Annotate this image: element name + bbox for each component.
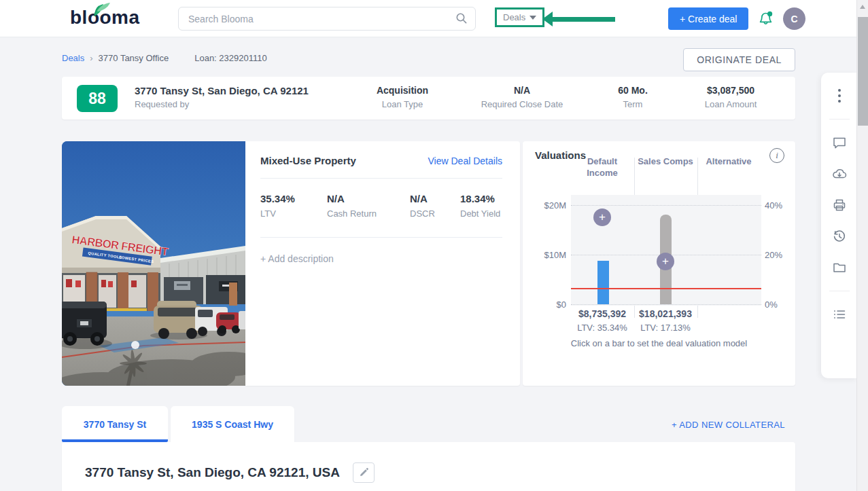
edit-address-button[interactable] <box>353 462 375 483</box>
scroll-up-arrow[interactable] <box>860 5 865 9</box>
stat-debt-yield: 18.34% Debt Yield <box>460 193 500 219</box>
metric-label: Required Close Date <box>481 99 563 109</box>
valuation-chart-plot: + + <box>571 205 761 304</box>
loan-number: Loan: 2329201110 <box>194 53 267 63</box>
history-button[interactable] <box>831 228 848 244</box>
default-income-bar[interactable] <box>597 261 609 304</box>
vertical-scrollbar[interactable] <box>856 0 868 491</box>
metric-value: $3,087,500 <box>705 85 757 96</box>
metric-loan-type: Acquisition Loan Type <box>377 85 428 109</box>
list-icon <box>831 306 848 323</box>
stat-value: N/A <box>327 193 410 204</box>
stat-ltv: 35.34% LTV <box>260 193 327 219</box>
user-avatar[interactable]: C <box>783 7 805 30</box>
metric-value: 60 Mo. <box>618 85 648 96</box>
add-valuation-button-sales-comps[interactable]: + <box>657 253 674 270</box>
deal-detail-row: HARBOR FREIGHT QUALITY TOOLS LOWEST PRIC… <box>62 141 795 386</box>
y-axis-right-tick: 20% <box>765 250 792 260</box>
comments-button[interactable] <box>831 134 848 151</box>
create-deal-button[interactable]: + Create deal <box>668 7 748 30</box>
stat-cash-return: N/A Cash Return <box>327 193 410 219</box>
y-axis-tick: $0 <box>524 299 566 310</box>
chart-caption: Click on a bar to set the deal valuation… <box>523 338 795 348</box>
add-description-link[interactable]: + Add description <box>260 253 334 264</box>
leaf-icon <box>88 1 111 18</box>
breadcrumb-deals-link[interactable]: Deals <box>62 53 84 63</box>
chart-column-alternative[interactable]: Alternative <box>698 156 759 168</box>
deal-address: 3770 Tansy St, San Diego, CA 92121 <box>135 85 309 96</box>
deal-stats-row: 35.34% LTV N/A Cash Return N/A DSCR 18.3… <box>260 193 502 219</box>
originate-deal-button[interactable]: ORIGINATE DEAL <box>683 48 795 71</box>
breadcrumb-separator: › <box>90 53 92 63</box>
valuation-ltv: LTV: 35.34% <box>571 323 633 333</box>
annotation-arrow <box>542 12 615 26</box>
y-axis-tick: $20M <box>524 200 566 211</box>
print-button[interactable] <box>831 197 848 213</box>
valuation-amount: $8,735,392 <box>571 308 633 319</box>
requested-by-label: Requested by <box>135 99 189 109</box>
metric-label: Loan Amount <box>705 99 757 109</box>
avatar-initial: C <box>791 14 797 24</box>
stat-label: Debt Yield <box>460 208 500 219</box>
add-valuation-button-default-income[interactable]: + <box>593 208 611 226</box>
stat-dscr: N/A DSCR <box>410 193 460 219</box>
default-income-value: $8,735,392 LTV: 35.34% <box>571 308 633 333</box>
deal-summary-card: 88 3770 Tansy St, San Diego, CA 92121 Re… <box>62 77 795 120</box>
kebab-menu-icon <box>838 89 841 103</box>
stat-value: N/A <box>410 193 460 204</box>
arrow-head <box>542 12 553 26</box>
view-deal-details-link[interactable]: View Deal Details <box>428 156 502 166</box>
comment-icon <box>831 134 848 151</box>
tab-label: 1935 S Coast Hwy <box>192 419 273 430</box>
property-type-title: Mixed-Use Property <box>260 155 356 166</box>
search-input[interactable] <box>178 7 476 31</box>
divider <box>260 178 502 179</box>
breadcrumb-current: 3770 Tansy Office <box>99 53 169 63</box>
search-icon[interactable] <box>455 12 468 24</box>
deal-score: 88 <box>88 90 106 108</box>
property-photo: HARBOR FREIGHT QUALITY TOOLS LOWEST PRIC… <box>62 141 245 386</box>
divider <box>829 119 850 120</box>
chart-column-sales-comps[interactable]: Sales Comps <box>635 156 696 168</box>
deals-dropdown-label: Deals <box>503 12 525 22</box>
deal-details-card: Mixed-Use Property View Deal Details 35.… <box>245 141 520 386</box>
files-button[interactable] <box>831 259 848 276</box>
y-axis-right-tick: 40% <box>765 200 792 211</box>
deals-nav-dropdown[interactable]: Deals <box>495 7 544 27</box>
divider <box>829 291 850 291</box>
arrow-tail <box>552 17 615 22</box>
gridline <box>571 304 761 305</box>
collateral-tabs: 3770 Tansy St 1935 S Coast Hwy + ADD NEW… <box>62 406 795 442</box>
metric-term: 60 Mo. Term <box>618 85 648 109</box>
valuations-card: Valuations i Default Income Sales Comps … <box>523 141 795 386</box>
collateral-address-title: 3770 Tansy St, San Diego, CA 92121, USA <box>85 465 340 480</box>
tab-3770-tansy-st[interactable]: 3770 Tansy St <box>62 406 168 442</box>
more-options-button[interactable] <box>831 88 848 104</box>
valuation-amount: $18,021,393 <box>634 308 697 319</box>
y-axis-tick: $10M <box>524 250 566 260</box>
loan-amount-reference-line <box>571 288 761 289</box>
cloud-download-icon <box>831 166 848 182</box>
history-clock-icon <box>831 228 848 244</box>
metric-loan-amount: $3,087,500 Loan Amount <box>705 85 757 109</box>
stat-value: 18.34% <box>460 193 500 204</box>
export-button[interactable] <box>831 166 848 182</box>
chart-column-default-income[interactable]: Default Income <box>572 156 633 179</box>
info-glyph: i <box>776 150 778 161</box>
top-nav-bar: blooma Deals + Create deal C <box>0 0 868 37</box>
notifications-bell-icon[interactable] <box>757 10 775 31</box>
metric-label: Term <box>618 99 648 109</box>
deal-tools-rail <box>821 73 858 378</box>
add-new-collateral-link[interactable]: + ADD NEW COLLATERAL <box>672 420 785 430</box>
tab-label: 3770 Tansy St <box>84 419 146 430</box>
global-search <box>178 7 476 31</box>
metric-value: Acquisition <box>377 85 428 96</box>
checklist-button[interactable] <box>831 306 848 323</box>
metric-value: N/A <box>481 85 563 96</box>
scrollbar-thumb[interactable] <box>858 17 868 126</box>
tab-1935-s-coast-hwy[interactable]: 1935 S Coast Hwy <box>171 406 294 442</box>
blooma-logo[interactable]: blooma <box>70 7 140 29</box>
stat-label: Cash Return <box>327 208 410 219</box>
collateral-card: 3770 Tansy St, San Diego, CA 92121, USA <box>62 442 795 491</box>
info-icon[interactable]: i <box>769 148 784 163</box>
